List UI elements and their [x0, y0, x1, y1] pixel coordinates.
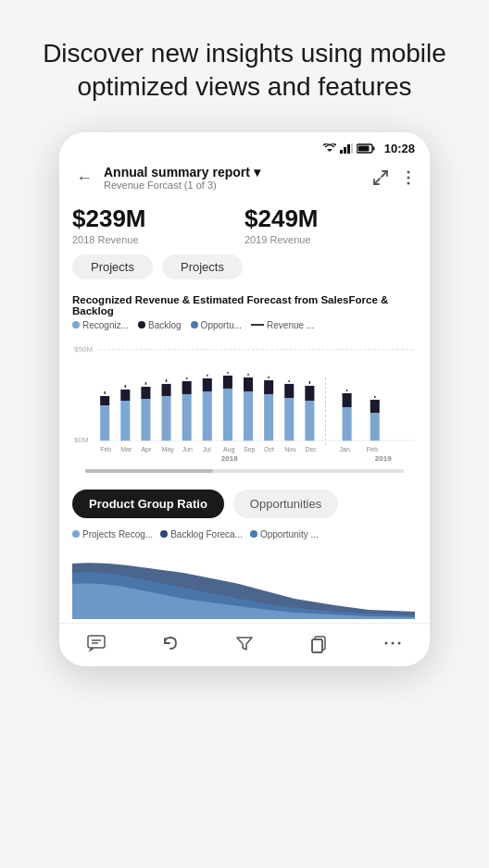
bottom-legend-label-0: Projects Recog... [82, 529, 153, 539]
filter-projects-1[interactable]: Projects [72, 254, 153, 279]
svg-rect-45 [284, 384, 294, 398]
legend-dot-0 [72, 321, 80, 329]
bar-chart-svg: $50M $0M [72, 336, 417, 465]
svg-text:Apr: Apr [141, 446, 152, 453]
svg-rect-32 [203, 391, 212, 440]
svg-text:Feb: Feb [100, 446, 111, 453]
more-options-icon[interactable] [400, 169, 417, 186]
legend-label-1: Backlog [148, 320, 182, 330]
signal-icon [340, 143, 353, 154]
svg-rect-21 [120, 390, 130, 401]
svg-rect-30 [182, 381, 192, 394]
nav-chat[interactable] [86, 633, 107, 653]
svg-text:Sep: Sep [244, 446, 256, 453]
report-subtitle: Revenue Forcast (1 of 3) [104, 180, 365, 191]
svg-text:Dec: Dec [305, 446, 317, 453]
metric-2018-label: 2018 Revenue [72, 234, 244, 245]
svg-rect-53 [370, 413, 380, 440]
svg-rect-50 [343, 407, 352, 440]
filter-icon [234, 633, 255, 653]
svg-text:Nov: Nov [284, 446, 296, 453]
svg-rect-54 [370, 400, 380, 413]
report-title: Annual summary report ▾ [104, 165, 365, 180]
undo-icon [160, 633, 181, 653]
bottom-nav [59, 623, 430, 666]
bottom-legend-dot-2 [250, 530, 257, 538]
legend-line-3 [251, 324, 264, 326]
svg-rect-41 [264, 394, 273, 440]
svg-rect-48 [305, 386, 314, 401]
area-chart [72, 545, 417, 619]
bottom-legend-label-1: Backlog Foreca... [170, 529, 243, 539]
svg-rect-6 [372, 146, 374, 150]
scroll-indicator [85, 469, 404, 473]
tab-opportunities[interactable]: Opportunities [233, 490, 338, 518]
bottom-legend-0: Projects Recog... [72, 529, 153, 539]
dropdown-icon[interactable]: ▾ [254, 165, 260, 180]
svg-text:2019: 2019 [375, 454, 392, 463]
bottom-legend-dot-0 [72, 530, 80, 538]
svg-text:Jan: Jan [340, 446, 350, 453]
bar-chart: $50M $0M [72, 336, 417, 465]
svg-rect-44 [284, 398, 294, 440]
svg-point-78 [385, 641, 388, 644]
svg-rect-2 [344, 147, 346, 154]
header-icons [372, 169, 417, 186]
svg-point-80 [398, 641, 401, 644]
svg-text:Oct: Oct [264, 446, 274, 453]
chart-section: Recognized Revenue & Estimated Forecast … [59, 289, 430, 486]
bottom-legend: Projects Recog... Backlog Foreca... Oppo… [72, 529, 417, 539]
svg-text:Aug: Aug [223, 446, 235, 453]
svg-text:$0M: $0M [74, 436, 89, 444]
metric-2019: $249M 2019 Revenue [244, 205, 417, 245]
svg-rect-3 [347, 144, 350, 154]
nav-filter[interactable] [234, 633, 255, 653]
copy-icon [308, 633, 329, 653]
expand-icon[interactable] [372, 169, 389, 186]
status-time: 10:28 [384, 142, 415, 155]
metric-2019-value: $249M [244, 205, 417, 233]
bottom-legend-label-2: Opportunity ... [260, 529, 319, 539]
bottom-chart-section: Projects Recog... Backlog Foreca... Oppo… [59, 526, 430, 619]
metric-2018-value: $239M [72, 205, 244, 233]
report-title-block: Annual summary report ▾ Revenue Forcast … [104, 165, 365, 191]
svg-rect-47 [305, 401, 314, 440]
svg-point-10 [408, 171, 410, 174]
svg-rect-26 [162, 396, 171, 440]
nav-undo[interactable] [160, 633, 181, 653]
svg-text:2018: 2018 [221, 454, 238, 463]
more-nav-icon [382, 633, 403, 653]
svg-rect-72 [88, 636, 105, 648]
chat-icon [86, 633, 107, 653]
legend-dot-1 [138, 321, 145, 329]
signal-icons [323, 143, 375, 154]
svg-text:Mar: Mar [120, 446, 132, 453]
metrics-row: $239M 2018 Revenue $249M 2019 Revenue [59, 201, 430, 251]
svg-text:Jun: Jun [182, 446, 193, 453]
nav-copy[interactable] [308, 633, 329, 653]
svg-rect-39 [244, 378, 253, 391]
legend-item-1: Backlog [138, 320, 182, 330]
svg-rect-20 [120, 401, 130, 440]
legend-label-2: Opportu... [201, 320, 242, 330]
svg-rect-51 [343, 393, 352, 407]
svg-rect-18 [100, 396, 109, 405]
area-chart-svg [72, 545, 417, 619]
legend-item-0: Recogniz... [72, 320, 129, 330]
chart-title: Recognized Revenue & Estimated Forecast … [72, 294, 417, 316]
svg-marker-0 [327, 149, 332, 152]
svg-rect-17 [100, 405, 109, 440]
page-headline: Discover new insights using mobile optim… [0, 0, 489, 132]
legend-label-3: Revenue ... [267, 320, 314, 330]
svg-point-11 [408, 177, 410, 180]
svg-rect-38 [244, 391, 253, 440]
svg-text:$50M: $50M [74, 344, 93, 353]
svg-rect-36 [223, 376, 232, 389]
nav-more[interactable] [382, 633, 403, 653]
back-button[interactable]: ← [72, 165, 96, 192]
tab-product-group-ratio[interactable]: Product Group Ratio [72, 490, 224, 518]
svg-rect-29 [182, 394, 192, 440]
svg-rect-24 [141, 387, 150, 399]
filter-projects-2[interactable]: Projects [162, 254, 243, 279]
metric-2019-label: 2019 Revenue [244, 234, 417, 245]
